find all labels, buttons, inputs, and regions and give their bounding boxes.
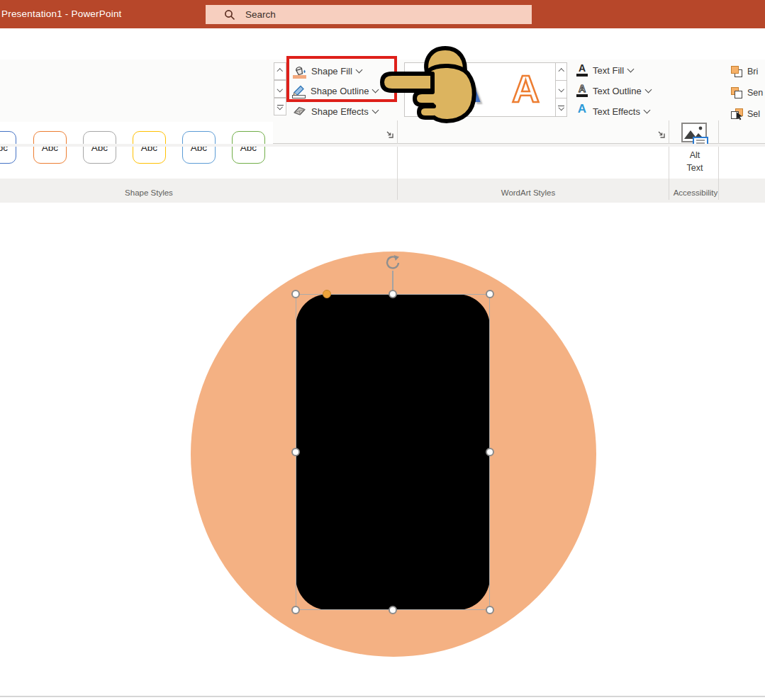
shape-styles-group-label: Shape Styles [0,188,298,197]
shape-style-thumb[interactable]: Abc [83,131,116,164]
text-effects-icon: A [576,104,588,118]
resize-handle-middle-right[interactable] [486,448,494,456]
text-fill-icon: A [576,63,588,77]
resize-handle-bottom-center[interactable] [389,606,397,614]
pointing-hand-icon [380,44,481,125]
chevron-down-icon [372,107,379,114]
resize-handle-top-left[interactable] [291,290,300,298]
wordart-scroll-down-button[interactable] [555,80,567,98]
chevron-up-icon [559,69,564,74]
wordart-dialog-launcher[interactable] [657,130,666,139]
search-icon [224,9,235,21]
accessibility-group-label: Accessibility [669,188,722,197]
ribbon-bottom-band [0,144,765,147]
slide-area-bottom-border [0,696,765,697]
shape-style-thumb[interactable]: Abc [232,131,265,164]
search-box[interactable]: Search [206,5,532,24]
send-backward-button[interactable]: Sen [731,86,763,100]
shape-style-thumb[interactable]: Abc [33,131,67,164]
wordart-more-button[interactable] [555,98,567,117]
shape-style-thumb[interactable]: Abc [182,131,216,164]
resize-handle-bottom-right[interactable] [486,606,494,614]
chevron-down-icon [644,107,651,114]
chevron-down-icon [644,86,652,94]
gallery-scroll-up-button[interactable] [274,62,286,80]
gallery-scroll-down-button[interactable] [274,80,286,98]
shape-effects-icon [292,104,307,119]
chevron-down-icon [627,66,635,73]
shape-style-thumb[interactable]: Abc [0,131,16,164]
alt-text-button[interactable]: Alt Text [672,122,717,181]
title-bar: Presentation1 - PowerPoint Search [0,0,765,28]
text-outline-icon: A [576,84,588,98]
gallery-more-button[interactable] [274,98,286,115]
chevron-down-icon [559,86,564,92]
resize-handle-bottom-left[interactable] [291,606,300,614]
text-effects-button[interactable]: A Text Effects [576,103,649,119]
wordart-group-label: WordArt Styles [397,188,659,197]
chevron-down-icon [277,86,283,92]
chevron-up-icon [277,69,283,74]
powerpoint-window: Presentation1 - PowerPoint Search s Anim… [0,0,765,700]
resize-handle-top-center[interactable] [389,290,397,298]
corner-radius-adjust-handle[interactable] [323,290,331,298]
rotate-handle[interactable] [384,254,401,271]
bring-forward-button[interactable]: Bri [731,64,758,79]
window-title: Presentation1 - PowerPoint [1,9,122,19]
send-backward-icon [731,87,744,99]
bring-forward-icon [731,66,744,78]
shape-effects-button[interactable]: Shape Effects [292,103,378,119]
shape-styles-dialog-launcher[interactable] [385,130,394,139]
wordart-sample-orange[interactable]: A [512,67,540,111]
shape-style-thumb[interactable]: Abc [133,131,166,164]
search-placeholder: Search [245,9,276,20]
resize-handle-top-right[interactable] [486,290,494,298]
text-fill-button[interactable]: A Text Fill [576,62,633,78]
resize-handle-middle-left[interactable] [291,448,300,456]
rotate-handle-connector [392,271,393,290]
selection-pane-icon [731,108,744,120]
text-outline-button[interactable]: A Text Outline [576,83,651,98]
selection-pane-button[interactable]: Sel [731,107,760,121]
wordart-scroll-up-button[interactable] [555,62,567,81]
selection-bounding-box [296,294,490,610]
